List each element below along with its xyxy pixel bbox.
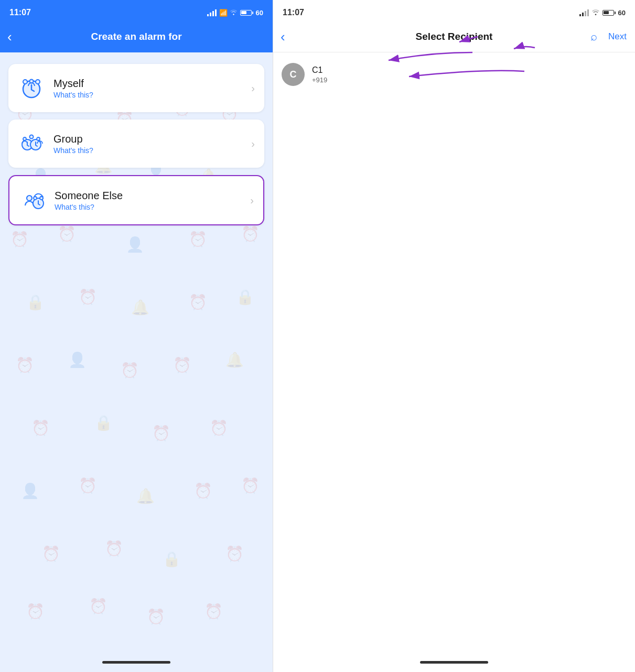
next-button[interactable]: Next <box>608 31 627 42</box>
right-signal-icon <box>579 9 589 16</box>
svg-point-9 <box>27 196 32 201</box>
someone-else-chevron: › <box>250 194 254 207</box>
group-icon <box>17 129 46 158</box>
right-panel: 11:07 60 <box>273 0 635 672</box>
left-panel: 11:07 📶 60 <box>0 0 273 672</box>
right-battery-level: 60 <box>618 9 626 17</box>
myself-title: Myself <box>53 78 244 90</box>
svg-point-11 <box>34 197 37 200</box>
right-status-bar: 11:07 60 <box>273 0 635 23</box>
contact-initial: C <box>290 69 297 80</box>
contact-avatar-c1: C <box>282 63 305 86</box>
someone-else-title: Someone Else <box>55 190 243 202</box>
group-title: Group <box>53 133 244 145</box>
contact-name-c1: C1 <box>312 66 327 75</box>
right-nav-bar: ‹ Select Recipient ⌕ Next <box>273 23 635 52</box>
group-subtitle: What's this? <box>53 146 244 155</box>
right-battery-icon <box>602 10 616 16</box>
svg-point-2 <box>36 80 40 84</box>
contact-info-c1: C1 +919 <box>312 66 327 84</box>
svg-point-1 <box>23 80 27 84</box>
myself-icon <box>17 73 46 103</box>
someone-else-icon <box>18 186 47 215</box>
someone-else-option[interactable]: Someone Else What's this? › <box>8 175 264 225</box>
someone-else-subtitle: What's this? <box>55 203 243 211</box>
svg-point-8 <box>37 137 40 140</box>
right-back-button[interactable]: ‹ <box>281 30 285 44</box>
group-chevron: › <box>251 138 255 150</box>
right-wifi-icon <box>591 9 600 17</box>
search-button[interactable]: ⌕ <box>590 30 597 44</box>
group-option[interactable]: Group What's this? › <box>8 120 264 168</box>
right-status-icons: 60 <box>579 9 626 17</box>
contact-list: C C1 +919 <box>273 52 635 656</box>
option-list: Myself What's this? › <box>0 52 273 656</box>
group-text: Group What's this? <box>53 133 244 155</box>
myself-text: Myself What's this? <box>53 78 244 99</box>
contact-item-c1[interactable]: C C1 +919 <box>273 57 635 92</box>
svg-point-12 <box>40 197 43 200</box>
myself-option[interactable]: Myself What's this? › <box>8 64 264 112</box>
home-indicator-right <box>420 661 488 664</box>
right-nav-title: Select Recipient <box>416 31 493 42</box>
myself-chevron: › <box>251 82 255 94</box>
svg-point-7 <box>30 135 34 139</box>
contact-phone-c1: +919 <box>312 76 327 84</box>
right-time: 11:07 <box>283 8 304 17</box>
svg-point-6 <box>23 137 26 140</box>
someone-else-text: Someone Else What's this? <box>55 190 243 211</box>
myself-subtitle: What's this? <box>53 91 244 99</box>
